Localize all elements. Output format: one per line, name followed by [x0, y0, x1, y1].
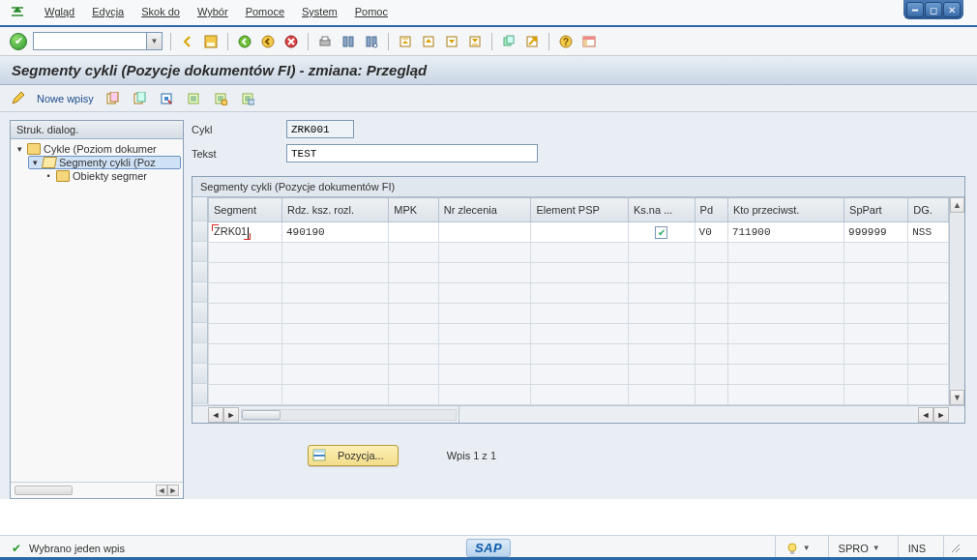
nav-exit-icon[interactable]	[259, 33, 277, 50]
cell-segment[interactable]: ZRK01	[209, 222, 282, 243]
maximize-button[interactable]: ◻	[925, 2, 942, 17]
scroll-up-icon[interactable]: ▲	[950, 197, 964, 213]
cell-kto[interactable]: 711900	[727, 222, 844, 243]
menu-system[interactable]: System	[302, 6, 338, 17]
pozycja-label: Pozycja...	[338, 450, 384, 461]
find-icon[interactable]	[340, 33, 357, 50]
status-ok-icon: ✔	[10, 542, 23, 555]
nowe-wpisy-link[interactable]: Nowe wpisy	[37, 93, 94, 104]
nav-back-icon[interactable]	[236, 33, 253, 50]
svg-rect-8	[349, 37, 353, 46]
menu-edycja[interactable]: Edycja	[92, 6, 124, 17]
layout-icon[interactable]	[580, 33, 598, 50]
col-kto[interactable]: Kto przeciwst.	[727, 198, 844, 222]
save-icon[interactable]	[202, 33, 220, 50]
grid-empty-row	[209, 304, 949, 324]
grid-vscroll[interactable]: ▲ ▼	[949, 197, 964, 405]
tree-hscroll[interactable]	[15, 486, 73, 495]
position-icon	[312, 449, 328, 462]
svg-rect-17	[507, 36, 514, 44]
tekst-field[interactable]	[286, 144, 538, 162]
command-input[interactable]	[33, 32, 147, 50]
cell-pd[interactable]: V0	[695, 222, 727, 243]
grid-empty-row	[209, 263, 949, 283]
cell-element-psp[interactable]	[531, 222, 629, 243]
checkbox-icon[interactable]: ✔	[655, 226, 667, 239]
first-page-icon[interactable]	[397, 33, 414, 50]
copy-icon[interactable]	[104, 90, 121, 107]
col-segment[interactable]: Segment	[209, 198, 282, 222]
menu-skok-do[interactable]: Skok do	[141, 6, 180, 17]
cell-mpk[interactable]	[389, 222, 438, 243]
list3-icon[interactable]	[239, 90, 256, 107]
create-shortcut-icon[interactable]	[523, 33, 541, 50]
scroll-down-icon[interactable]: ▼	[950, 390, 964, 405]
list1-icon[interactable]	[185, 90, 202, 107]
app-menu-icon[interactable]	[10, 5, 27, 18]
last-page-icon[interactable]	[466, 33, 484, 50]
svg-text:?: ?	[563, 37, 569, 47]
new-session-icon[interactable]	[500, 33, 518, 50]
cell-ksna[interactable]: ✔	[628, 222, 695, 243]
nav-cancel-icon[interactable]	[282, 33, 300, 50]
change-icon[interactable]	[10, 90, 27, 107]
col-rdz[interactable]: Rdz. ksz. rozl.	[282, 198, 389, 222]
cell-rdz[interactable]: 490190	[282, 222, 389, 243]
print-icon[interactable]	[316, 33, 334, 50]
col-element-psp[interactable]: Element PSP	[531, 198, 629, 222]
list2-icon[interactable]	[212, 90, 229, 107]
svg-rect-6	[322, 37, 328, 41]
cell-sppart[interactable]: 999999	[844, 222, 908, 243]
pozycja-button[interactable]: Pozycja...	[308, 445, 399, 466]
back-icon[interactable]	[179, 33, 196, 50]
separator	[170, 33, 171, 50]
folder-icon	[56, 170, 70, 182]
collapse-icon[interactable]: ▾	[15, 144, 24, 154]
scroll-right-icon[interactable]: ►	[223, 407, 239, 423]
command-field[interactable]: ▼	[33, 32, 163, 50]
scroll-right-icon[interactable]: ►	[933, 407, 949, 423]
cykl-field[interactable]	[286, 120, 354, 138]
collapse-icon[interactable]: ▾	[30, 158, 40, 167]
folder-open-icon	[43, 157, 56, 168]
menu-pomoce[interactable]: Pomoce	[246, 6, 284, 17]
col-ksna[interactable]: Ks.na ...	[628, 198, 695, 222]
close-button[interactable]: ✕	[943, 2, 961, 17]
next-page-icon[interactable]	[443, 33, 460, 50]
tree-right-icon[interactable]: ►	[167, 485, 179, 496]
col-mpk[interactable]: MPK	[389, 198, 438, 222]
col-nrzlecenia[interactable]: Nr zlecenia	[438, 198, 531, 222]
dropdown-arrow-icon: ▼	[803, 544, 811, 552]
scroll-left-icon[interactable]: ◄	[208, 407, 223, 423]
grid-hscroll-left[interactable]: ◄ ►	[208, 405, 459, 423]
grid-data-row[interactable]: ZRK01 490190 ✔ V0 711900 999999 NSS	[209, 222, 949, 243]
svg-rect-27	[137, 92, 145, 102]
menu-pomoc[interactable]: Pomoc	[355, 6, 388, 17]
tree-node-obiekty[interactable]: • Obiekty segmer	[13, 169, 181, 183]
enter-icon[interactable]: ✔	[10, 33, 27, 50]
find-next-icon[interactable]	[363, 33, 380, 50]
delimit-icon[interactable]	[158, 90, 175, 107]
menu-wybor[interactable]: Wybór	[197, 6, 228, 17]
minimize-button[interactable]: ━	[906, 2, 924, 17]
tree-node-cykle[interactable]: ▾ Cykle (Poziom dokumer	[13, 142, 181, 156]
col-dg[interactable]: DG.	[908, 198, 949, 222]
prev-page-icon[interactable]	[420, 33, 437, 50]
menu-wglad[interactable]: Wgląd	[44, 6, 74, 17]
svg-rect-1	[207, 43, 215, 46]
cell-dg[interactable]: NSS	[908, 222, 949, 243]
svg-point-31	[222, 100, 227, 105]
grid-hscroll-right[interactable]: ◄ ►	[459, 405, 949, 423]
col-sppart[interactable]: SpPart	[844, 198, 908, 222]
cell-nrzlecenia[interactable]	[438, 222, 531, 243]
copy2-icon[interactable]	[131, 90, 148, 107]
command-dropdown-icon[interactable]: ▼	[147, 32, 163, 50]
row-selector[interactable]	[192, 221, 208, 242]
col-pd[interactable]: Pd	[695, 198, 727, 222]
tree-node-label: Cykle (Poziom dokumer	[44, 143, 157, 155]
tree-node-segmenty[interactable]: ▾ Segmenty cykli (Poz	[28, 156, 181, 169]
tree-content: ▾ Cykle (Poziom dokumer ▾ Segmenty cykli…	[11, 139, 183, 482]
help-icon[interactable]: ?	[557, 33, 575, 50]
tree-left-icon[interactable]: ◄	[156, 485, 167, 496]
scroll-left-icon[interactable]: ◄	[918, 407, 933, 423]
